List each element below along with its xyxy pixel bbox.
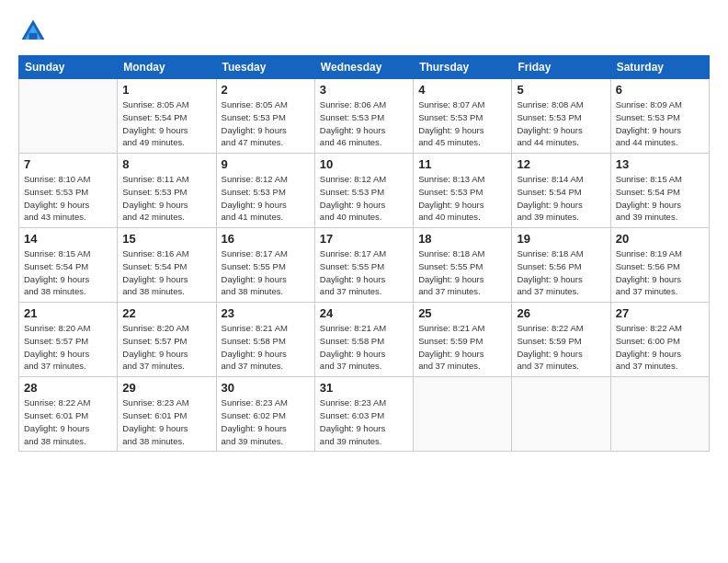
calendar-cell: 9Sunrise: 8:12 AM Sunset: 5:53 PM Daylig… [216,154,314,228]
weekday-header: Friday [512,56,610,79]
calendar-cell: 14Sunrise: 8:15 AM Sunset: 5:54 PM Dayli… [19,228,118,303]
day-number: 9 [222,157,310,171]
day-info: Sunrise: 8:22 AM Sunset: 6:00 PM Dayligh… [616,322,704,373]
day-info: Sunrise: 8:07 AM Sunset: 5:53 PM Dayligh… [418,98,506,149]
calendar-cell: 27Sunrise: 8:22 AM Sunset: 6:00 PM Dayli… [610,303,709,377]
calendar-week-row: 28Sunrise: 8:22 AM Sunset: 6:01 PM Dayli… [19,377,710,452]
day-info: Sunrise: 8:15 AM Sunset: 5:54 PM Dayligh… [24,247,112,298]
day-number: 27 [616,306,704,320]
day-info: Sunrise: 8:19 AM Sunset: 5:56 PM Dayligh… [616,247,704,298]
day-info: Sunrise: 8:20 AM Sunset: 5:57 PM Dayligh… [24,322,112,373]
svg-rect-2 [29,33,38,40]
calendar-cell: 17Sunrise: 8:17 AM Sunset: 5:55 PM Dayli… [314,228,413,303]
day-info: Sunrise: 8:16 AM Sunset: 5:54 PM Dayligh… [122,247,210,298]
day-info: Sunrise: 8:18 AM Sunset: 5:55 PM Dayligh… [418,247,506,298]
day-info: Sunrise: 8:08 AM Sunset: 5:53 PM Dayligh… [517,98,605,149]
calendar-cell: 21Sunrise: 8:20 AM Sunset: 5:57 PM Dayli… [19,303,118,377]
day-number: 16 [222,232,310,246]
day-number: 18 [418,232,506,246]
calendar-cell [414,377,512,452]
day-number: 13 [616,157,704,171]
calendar-week-row: 14Sunrise: 8:15 AM Sunset: 5:54 PM Dayli… [19,228,710,303]
calendar-week-row: 21Sunrise: 8:20 AM Sunset: 5:57 PM Dayli… [19,303,710,377]
calendar-cell: 18Sunrise: 8:18 AM Sunset: 5:55 PM Dayli… [414,228,512,303]
calendar-cell: 23Sunrise: 8:21 AM Sunset: 5:58 PM Dayli… [216,303,314,377]
calendar-cell: 15Sunrise: 8:16 AM Sunset: 5:54 PM Dayli… [118,228,216,303]
calendar-cell: 3Sunrise: 8:06 AM Sunset: 5:53 PM Daylig… [314,79,413,154]
calendar-cell: 13Sunrise: 8:15 AM Sunset: 5:54 PM Dayli… [610,154,709,228]
day-number: 17 [320,232,408,246]
calendar-cell: 22Sunrise: 8:20 AM Sunset: 5:57 PM Dayli… [118,303,216,377]
day-number: 26 [517,306,605,320]
day-info: Sunrise: 8:23 AM Sunset: 6:02 PM Dayligh… [222,396,310,447]
day-number: 1 [122,83,210,97]
calendar-week-row: 7Sunrise: 8:10 AM Sunset: 5:53 PM Daylig… [19,154,710,228]
day-number: 6 [616,83,704,97]
weekday-header: Wednesday [314,56,413,79]
day-number: 3 [320,83,408,97]
calendar-cell: 28Sunrise: 8:22 AM Sunset: 6:01 PM Dayli… [19,377,118,452]
day-info: Sunrise: 8:21 AM Sunset: 5:58 PM Dayligh… [222,322,310,373]
logo [18,17,53,46]
calendar-cell: 20Sunrise: 8:19 AM Sunset: 5:56 PM Dayli… [610,228,709,303]
day-info: Sunrise: 8:23 AM Sunset: 6:01 PM Dayligh… [122,396,210,447]
calendar-cell: 19Sunrise: 8:18 AM Sunset: 5:56 PM Dayli… [512,228,610,303]
day-number: 23 [222,306,310,320]
day-number: 31 [320,381,408,395]
weekday-header: Tuesday [216,56,314,79]
day-info: Sunrise: 8:15 AM Sunset: 5:54 PM Dayligh… [616,173,704,224]
day-info: Sunrise: 8:05 AM Sunset: 5:54 PM Dayligh… [122,98,210,149]
calendar-cell: 10Sunrise: 8:12 AM Sunset: 5:53 PM Dayli… [314,154,413,228]
calendar-cell [512,377,610,452]
calendar-cell: 25Sunrise: 8:21 AM Sunset: 5:59 PM Dayli… [414,303,512,377]
page-header [18,17,710,46]
day-number: 2 [222,83,310,97]
day-info: Sunrise: 8:20 AM Sunset: 5:57 PM Dayligh… [122,322,210,373]
calendar-cell: 6Sunrise: 8:09 AM Sunset: 5:53 PM Daylig… [610,79,709,154]
day-info: Sunrise: 8:21 AM Sunset: 5:58 PM Dayligh… [320,322,408,373]
calendar-cell [19,79,118,154]
day-info: Sunrise: 8:12 AM Sunset: 5:53 PM Dayligh… [320,173,408,224]
day-info: Sunrise: 8:09 AM Sunset: 5:53 PM Dayligh… [616,98,704,149]
day-info: Sunrise: 8:22 AM Sunset: 6:01 PM Dayligh… [24,396,112,447]
calendar-cell: 4Sunrise: 8:07 AM Sunset: 5:53 PM Daylig… [414,79,512,154]
day-info: Sunrise: 8:14 AM Sunset: 5:54 PM Dayligh… [517,173,605,224]
day-number: 30 [222,381,310,395]
day-number: 25 [418,306,506,320]
day-number: 14 [24,232,112,246]
calendar-cell: 12Sunrise: 8:14 AM Sunset: 5:54 PM Dayli… [512,154,610,228]
calendar-cell: 7Sunrise: 8:10 AM Sunset: 5:53 PM Daylig… [19,154,118,228]
calendar-week-row: 1Sunrise: 8:05 AM Sunset: 5:54 PM Daylig… [19,79,710,154]
day-number: 15 [122,232,210,246]
day-number: 8 [122,157,210,171]
day-number: 22 [122,306,210,320]
calendar-cell: 1Sunrise: 8:05 AM Sunset: 5:54 PM Daylig… [118,79,216,154]
calendar-cell: 26Sunrise: 8:22 AM Sunset: 5:59 PM Dayli… [512,303,610,377]
calendar-table: SundayMondayTuesdayWednesdayThursdayFrid… [18,55,710,452]
day-info: Sunrise: 8:13 AM Sunset: 5:53 PM Dayligh… [418,173,506,224]
day-number: 21 [24,306,112,320]
day-info: Sunrise: 8:05 AM Sunset: 5:53 PM Dayligh… [222,98,310,149]
calendar-cell: 2Sunrise: 8:05 AM Sunset: 5:53 PM Daylig… [216,79,314,154]
day-number: 12 [517,157,605,171]
day-info: Sunrise: 8:17 AM Sunset: 5:55 PM Dayligh… [222,247,310,298]
day-number: 7 [24,157,112,171]
day-number: 24 [320,306,408,320]
weekday-header: Saturday [610,56,709,79]
day-info: Sunrise: 8:06 AM Sunset: 5:53 PM Dayligh… [320,98,408,149]
day-number: 5 [517,83,605,97]
day-info: Sunrise: 8:22 AM Sunset: 5:59 PM Dayligh… [517,322,605,373]
weekday-header: Monday [118,56,216,79]
calendar-cell [610,377,709,452]
day-info: Sunrise: 8:12 AM Sunset: 5:53 PM Dayligh… [222,173,310,224]
day-info: Sunrise: 8:11 AM Sunset: 5:53 PM Dayligh… [122,173,210,224]
day-number: 29 [122,381,210,395]
calendar-cell: 31Sunrise: 8:23 AM Sunset: 6:03 PM Dayli… [314,377,413,452]
day-number: 20 [616,232,704,246]
calendar-cell: 5Sunrise: 8:08 AM Sunset: 5:53 PM Daylig… [512,79,610,154]
day-number: 19 [517,232,605,246]
day-info: Sunrise: 8:17 AM Sunset: 5:55 PM Dayligh… [320,247,408,298]
calendar-cell: 30Sunrise: 8:23 AM Sunset: 6:02 PM Dayli… [216,377,314,452]
weekday-header: Thursday [414,56,512,79]
day-info: Sunrise: 8:21 AM Sunset: 5:59 PM Dayligh… [418,322,506,373]
